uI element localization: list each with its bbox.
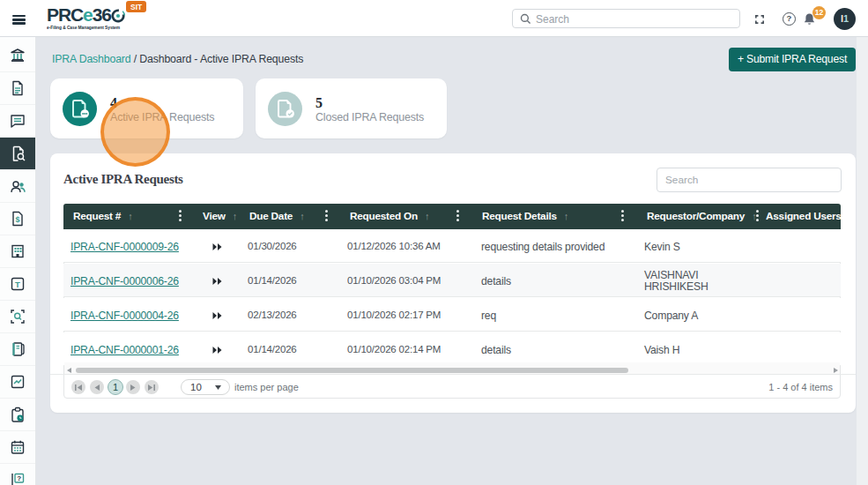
svg-text:T: T bbox=[15, 280, 20, 289]
svg-text:$: $ bbox=[15, 215, 19, 224]
svg-text:?: ? bbox=[17, 474, 21, 482]
